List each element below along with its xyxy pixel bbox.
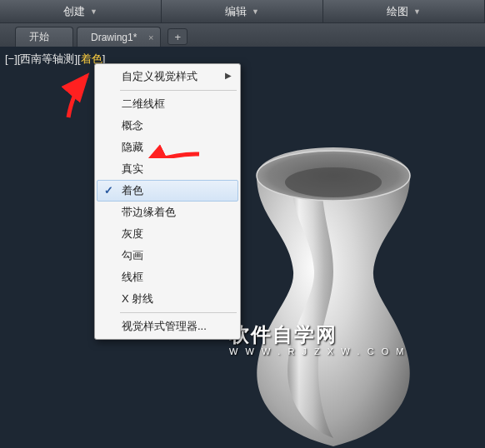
cm-wireframe-label: 线框	[122, 271, 143, 283]
menu-draw-label: 绘图	[387, 4, 408, 19]
viewport-3d[interactable]: [−][西南等轴测][着色]	[0, 47, 485, 448]
menu-create[interactable]: 创建 ▼	[0, 0, 162, 22]
menu-create-label: 创建	[63, 4, 85, 19]
chevron-down-icon: ▼	[90, 7, 98, 16]
vl-mid: ][	[74, 52, 80, 65]
chevron-down-icon: ▼	[413, 7, 421, 16]
cm-grayscale-label: 灰度	[122, 227, 143, 240]
cm-xray[interactable]: X 射线	[97, 288, 238, 310]
cm-hidden[interactable]: 隐藏	[97, 137, 238, 158]
vase-3d-object	[233, 142, 433, 448]
cm-wireframe[interactable]: 线框	[97, 266, 238, 288]
cm-manager-label: 视觉样式管理器...	[122, 320, 207, 332]
cm-shaded-label: 着色	[122, 184, 143, 197]
cm-visual-style-manager[interactable]: 视觉样式管理器...	[97, 316, 238, 337]
cm-wireframe2d-label: 二维线框	[122, 97, 165, 110]
menu-draw[interactable]: 绘图 ▼	[323, 0, 485, 22]
chevron-down-icon: ▼	[252, 7, 259, 16]
menu-edit[interactable]: 编辑 ▼	[162, 0, 323, 22]
cm-custom-visual-styles[interactable]: 自定义视觉样式 ▶	[97, 66, 238, 87]
tab-add-button[interactable]: +	[168, 28, 188, 45]
cm-sketchy[interactable]: 勾画	[97, 245, 238, 266]
viewport-label[interactable]: [−][西南等轴测][着色]	[5, 52, 105, 67]
tab-start-label: 开始	[29, 30, 49, 44]
tab-bar: 开始 Drawing1* × +	[0, 23, 485, 47]
cm-conceptual-label: 概念	[122, 119, 143, 132]
cm-realistic-label: 真实	[122, 162, 143, 175]
cm-grayscale[interactable]: 灰度	[97, 223, 238, 245]
cm-conceptual[interactable]: 概念	[97, 115, 238, 137]
cm-shaded-edges[interactable]: 带边缘着色	[97, 202, 238, 223]
vl-view: 西南等轴测	[20, 52, 74, 65]
vl-prefix: [−][	[5, 52, 20, 65]
cm-separator	[120, 312, 237, 313]
cm-shaded[interactable]: ✓ 着色	[97, 180, 238, 202]
tab-drawing1-label: Drawing1*	[91, 32, 137, 43]
cm-wireframe2d[interactable]: 二维线框	[97, 93, 238, 115]
cm-realistic[interactable]: 真实	[97, 158, 238, 180]
cm-hidden-label: 隐藏	[122, 141, 143, 153]
top-menu-bar: 创建 ▼ 编辑 ▼ 绘图 ▼	[0, 0, 485, 23]
tab-start[interactable]: 开始	[15, 27, 73, 47]
menu-edit-label: 编辑	[225, 4, 247, 19]
submenu-arrow-icon: ▶	[225, 71, 232, 80]
cm-sketchy-label: 勾画	[122, 249, 143, 261]
cm-separator	[120, 90, 237, 91]
svg-point-2	[285, 167, 382, 197]
cm-custom-label: 自定义视觉样式	[122, 70, 198, 82]
visual-style-context-menu: 自定义视觉样式 ▶ 二维线框 概念 隐藏 真实 ✓ 着色 带边缘着色 灰度 勾画…	[94, 63, 241, 340]
close-icon[interactable]: ×	[148, 32, 153, 42]
cm-xray-label: X 射线	[122, 292, 153, 305]
plus-icon: +	[175, 31, 182, 43]
tab-drawing1[interactable]: Drawing1* ×	[77, 27, 161, 47]
cm-shaded-edges-label: 带边缘着色	[122, 206, 176, 218]
checkmark-icon: ✓	[104, 184, 113, 197]
